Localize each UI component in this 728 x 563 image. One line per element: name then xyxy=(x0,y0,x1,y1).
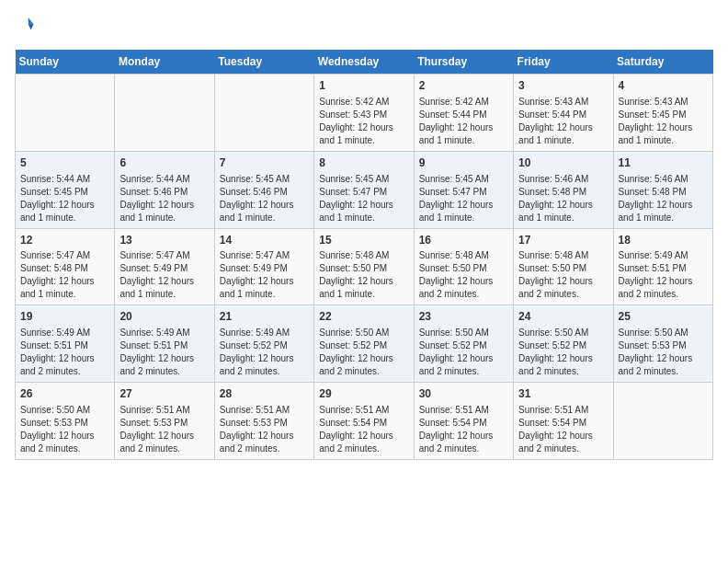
day-info: Sunrise: 5:51 AM Sunset: 5:54 PM Dayligh… xyxy=(419,404,508,455)
day-number: 10 xyxy=(518,155,608,171)
day-number: 21 xyxy=(220,309,309,325)
col-header-monday: Monday xyxy=(115,50,214,75)
calendar-cell: 17Sunrise: 5:48 AM Sunset: 5:50 PM Dayli… xyxy=(514,228,613,305)
calendar-cell: 8Sunrise: 5:45 AM Sunset: 5:47 PM Daylig… xyxy=(314,151,414,228)
calendar-cell: 31Sunrise: 5:51 AM Sunset: 5:54 PM Dayli… xyxy=(514,383,613,460)
calendar-week-row: 5Sunrise: 5:44 AM Sunset: 5:45 PM Daylig… xyxy=(16,151,713,228)
svg-marker-0 xyxy=(28,17,34,24)
calendar-cell: 4Sunrise: 5:43 AM Sunset: 5:45 PM Daylig… xyxy=(613,75,712,152)
logo xyxy=(15,15,37,39)
day-number: 30 xyxy=(419,386,508,402)
day-info: Sunrise: 5:51 AM Sunset: 5:53 PM Dayligh… xyxy=(220,404,309,455)
day-info: Sunrise: 5:48 AM Sunset: 5:50 PM Dayligh… xyxy=(518,249,608,301)
calendar-cell xyxy=(214,75,313,152)
calendar-cell: 21Sunrise: 5:49 AM Sunset: 5:52 PM Dayli… xyxy=(214,305,313,383)
calendar-cell: 22Sunrise: 5:50 AM Sunset: 5:52 PM Dayli… xyxy=(314,305,414,383)
calendar-cell: 23Sunrise: 5:50 AM Sunset: 5:52 PM Dayli… xyxy=(414,305,513,383)
day-info: Sunrise: 5:49 AM Sunset: 5:52 PM Dayligh… xyxy=(220,327,309,378)
calendar-cell: 20Sunrise: 5:49 AM Sunset: 5:51 PM Dayli… xyxy=(115,305,214,383)
day-info: Sunrise: 5:51 AM Sunset: 5:54 PM Dayligh… xyxy=(518,404,608,455)
calendar-cell: 7Sunrise: 5:45 AM Sunset: 5:46 PM Daylig… xyxy=(214,151,313,228)
day-number: 18 xyxy=(619,233,708,248)
calendar-cell: 9Sunrise: 5:45 AM Sunset: 5:47 PM Daylig… xyxy=(414,151,513,228)
calendar-week-row: 1Sunrise: 5:42 AM Sunset: 5:43 PM Daylig… xyxy=(16,75,713,152)
day-number: 8 xyxy=(319,155,408,171)
day-info: Sunrise: 5:45 AM Sunset: 5:47 PM Dayligh… xyxy=(419,173,508,224)
calendar-cell: 28Sunrise: 5:51 AM Sunset: 5:53 PM Dayli… xyxy=(214,383,313,460)
calendar-cell: 11Sunrise: 5:46 AM Sunset: 5:48 PM Dayli… xyxy=(613,151,712,228)
calendar-cell: 27Sunrise: 5:51 AM Sunset: 5:53 PM Dayli… xyxy=(115,383,214,460)
day-info: Sunrise: 5:51 AM Sunset: 5:54 PM Dayligh… xyxy=(319,404,408,455)
day-info: Sunrise: 5:50 AM Sunset: 5:53 PM Dayligh… xyxy=(619,327,708,378)
day-info: Sunrise: 5:42 AM Sunset: 5:43 PM Dayligh… xyxy=(319,96,408,147)
day-info: Sunrise: 5:45 AM Sunset: 5:47 PM Dayligh… xyxy=(319,173,408,224)
calendar-cell: 24Sunrise: 5:50 AM Sunset: 5:52 PM Dayli… xyxy=(514,305,613,383)
day-info: Sunrise: 5:46 AM Sunset: 5:48 PM Dayligh… xyxy=(518,173,608,224)
calendar-cell: 12Sunrise: 5:47 AM Sunset: 5:48 PM Dayli… xyxy=(16,228,115,305)
day-number: 13 xyxy=(119,233,209,248)
day-info: Sunrise: 5:43 AM Sunset: 5:45 PM Dayligh… xyxy=(619,96,708,147)
calendar-week-row: 19Sunrise: 5:49 AM Sunset: 5:51 PM Dayli… xyxy=(16,305,713,383)
calendar-cell: 30Sunrise: 5:51 AM Sunset: 5:54 PM Dayli… xyxy=(414,383,513,460)
col-header-saturday: Saturday xyxy=(613,50,712,75)
svg-marker-1 xyxy=(28,24,34,29)
calendar-cell: 18Sunrise: 5:49 AM Sunset: 5:51 PM Dayli… xyxy=(613,228,712,305)
logo-icon xyxy=(15,15,35,35)
day-info: Sunrise: 5:43 AM Sunset: 5:44 PM Dayligh… xyxy=(518,96,608,147)
day-info: Sunrise: 5:45 AM Sunset: 5:46 PM Dayligh… xyxy=(220,173,309,224)
day-number: 12 xyxy=(20,233,109,248)
day-number: 14 xyxy=(220,233,309,248)
day-number: 31 xyxy=(518,386,608,402)
day-info: Sunrise: 5:48 AM Sunset: 5:50 PM Dayligh… xyxy=(319,249,408,301)
day-number: 26 xyxy=(20,386,109,402)
calendar-cell: 1Sunrise: 5:42 AM Sunset: 5:43 PM Daylig… xyxy=(314,75,414,152)
calendar-cell: 19Sunrise: 5:49 AM Sunset: 5:51 PM Dayli… xyxy=(16,305,115,383)
col-header-sunday: Sunday xyxy=(16,50,115,75)
day-number: 9 xyxy=(419,155,508,171)
day-info: Sunrise: 5:51 AM Sunset: 5:53 PM Dayligh… xyxy=(119,404,209,455)
calendar-week-row: 12Sunrise: 5:47 AM Sunset: 5:48 PM Dayli… xyxy=(16,228,713,305)
day-info: Sunrise: 5:44 AM Sunset: 5:45 PM Dayligh… xyxy=(20,173,109,224)
calendar-cell: 13Sunrise: 5:47 AM Sunset: 5:49 PM Dayli… xyxy=(115,228,214,305)
calendar-cell: 25Sunrise: 5:50 AM Sunset: 5:53 PM Dayli… xyxy=(613,305,712,383)
calendar-cell: 29Sunrise: 5:51 AM Sunset: 5:54 PM Dayli… xyxy=(314,383,414,460)
day-info: Sunrise: 5:50 AM Sunset: 5:52 PM Dayligh… xyxy=(419,327,508,378)
day-info: Sunrise: 5:48 AM Sunset: 5:50 PM Dayligh… xyxy=(419,249,508,301)
day-number: 22 xyxy=(319,309,408,325)
day-info: Sunrise: 5:50 AM Sunset: 5:52 PM Dayligh… xyxy=(319,327,408,378)
day-info: Sunrise: 5:49 AM Sunset: 5:51 PM Dayligh… xyxy=(20,327,109,378)
calendar-cell xyxy=(16,75,115,152)
day-info: Sunrise: 5:47 AM Sunset: 5:48 PM Dayligh… xyxy=(20,249,109,301)
day-info: Sunrise: 5:49 AM Sunset: 5:51 PM Dayligh… xyxy=(119,327,209,378)
calendar-cell xyxy=(115,75,214,152)
calendar-table: SundayMondayTuesdayWednesdayThursdayFrid… xyxy=(15,50,713,460)
day-number: 1 xyxy=(319,78,408,94)
col-header-friday: Friday xyxy=(514,50,613,75)
calendar-cell: 14Sunrise: 5:47 AM Sunset: 5:49 PM Dayli… xyxy=(214,228,313,305)
day-number: 20 xyxy=(119,309,209,325)
calendar-cell: 10Sunrise: 5:46 AM Sunset: 5:48 PM Dayli… xyxy=(514,151,613,228)
day-number: 3 xyxy=(518,78,608,94)
day-number: 2 xyxy=(419,78,508,94)
day-number: 15 xyxy=(319,233,408,248)
day-number: 5 xyxy=(20,155,109,171)
day-info: Sunrise: 5:50 AM Sunset: 5:52 PM Dayligh… xyxy=(518,327,608,378)
day-number: 16 xyxy=(419,233,508,248)
day-number: 29 xyxy=(319,386,408,402)
day-info: Sunrise: 5:47 AM Sunset: 5:49 PM Dayligh… xyxy=(220,249,309,301)
day-info: Sunrise: 5:47 AM Sunset: 5:49 PM Dayligh… xyxy=(119,249,209,301)
day-info: Sunrise: 5:42 AM Sunset: 5:44 PM Dayligh… xyxy=(419,96,508,147)
day-number: 6 xyxy=(119,155,209,171)
calendar-week-row: 26Sunrise: 5:50 AM Sunset: 5:53 PM Dayli… xyxy=(16,383,713,460)
page-header xyxy=(15,15,713,39)
day-number: 19 xyxy=(20,309,109,325)
calendar-cell: 2Sunrise: 5:42 AM Sunset: 5:44 PM Daylig… xyxy=(414,75,513,152)
calendar-cell: 16Sunrise: 5:48 AM Sunset: 5:50 PM Dayli… xyxy=(414,228,513,305)
calendar-cell: 6Sunrise: 5:44 AM Sunset: 5:46 PM Daylig… xyxy=(115,151,214,228)
calendar-cell xyxy=(613,383,712,460)
col-header-tuesday: Tuesday xyxy=(214,50,313,75)
calendar-cell: 5Sunrise: 5:44 AM Sunset: 5:45 PM Daylig… xyxy=(16,151,115,228)
col-header-thursday: Thursday xyxy=(414,50,513,75)
day-info: Sunrise: 5:50 AM Sunset: 5:53 PM Dayligh… xyxy=(20,404,109,455)
calendar-header-row: SundayMondayTuesdayWednesdayThursdayFrid… xyxy=(16,50,713,75)
